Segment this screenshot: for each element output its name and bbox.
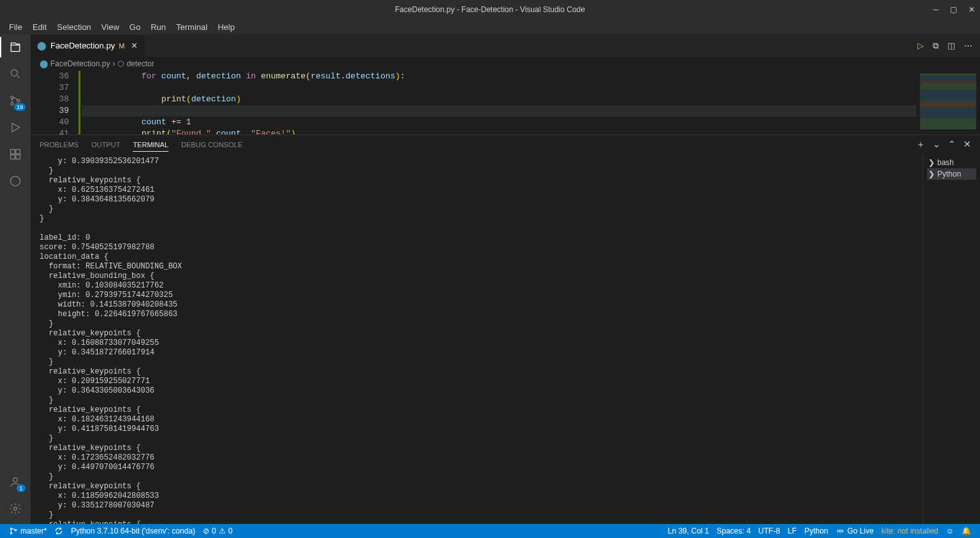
menu-help[interactable]: Help bbox=[212, 22, 240, 32]
menu-bar: File Edit Selection View Go Run Terminal… bbox=[0, 19, 980, 34]
svg-rect-5 bbox=[16, 150, 20, 154]
line-gutter: 36 37 38 39 40 41 42 bbox=[31, 71, 82, 134]
status-cursor[interactable]: Ln 39, Col 1 bbox=[664, 527, 713, 535]
warning-icon: ⚠ bbox=[219, 527, 226, 535]
tab-debug-console[interactable]: DEBUG CONSOLE bbox=[181, 138, 242, 151]
svg-point-12 bbox=[10, 532, 11, 534]
github-icon[interactable] bbox=[8, 173, 23, 189]
menu-run[interactable]: Run bbox=[145, 22, 171, 32]
window-controls: ─ ▢ ✕ bbox=[933, 5, 975, 14]
run-file-icon[interactable]: ▷ bbox=[917, 41, 924, 50]
tab-terminal[interactable]: TERMINAL bbox=[133, 138, 168, 152]
code-content[interactable]: for count, detection in enumerate(result… bbox=[82, 71, 916, 134]
tab-close-icon[interactable]: ✕ bbox=[131, 41, 138, 50]
status-spaces[interactable]: Spaces: 4 bbox=[713, 527, 754, 535]
settings-gear-icon[interactable] bbox=[8, 501, 23, 516]
svg-point-0 bbox=[11, 69, 17, 76]
bottom-panel: PROBLEMS OUTPUT TERMINAL DEBUG CONSOLE ＋… bbox=[31, 134, 980, 524]
menu-go[interactable]: Go bbox=[124, 22, 145, 32]
panel-tabs: PROBLEMS OUTPUT TERMINAL DEBUG CONSOLE ＋… bbox=[31, 135, 980, 154]
status-problems[interactable]: ⊘0 ⚠0 bbox=[199, 527, 236, 535]
status-sync[interactable] bbox=[50, 527, 67, 535]
breadcrumb-file[interactable]: FaceDetection.py bbox=[50, 59, 110, 68]
status-eol[interactable]: LF bbox=[784, 527, 801, 535]
menu-view[interactable]: View bbox=[96, 22, 124, 32]
new-terminal-icon[interactable]: ＋ bbox=[916, 139, 925, 150]
tab-filename: FaceDetection.py bbox=[50, 41, 115, 50]
split-editor-icon[interactable]: ◫ bbox=[947, 41, 955, 50]
status-kite[interactable]: kite: not installed bbox=[877, 527, 942, 535]
status-feedback-icon[interactable]: ☺ bbox=[942, 527, 958, 535]
svg-point-3 bbox=[17, 99, 20, 102]
status-branch[interactable]: master* bbox=[5, 527, 50, 535]
python-file-icon: ⬤ bbox=[40, 59, 48, 68]
split-compare-icon[interactable]: ⧉ bbox=[933, 41, 939, 51]
close-panel-icon[interactable]: ✕ bbox=[963, 139, 971, 150]
terminal-shell-icon: ❯ bbox=[928, 170, 935, 178]
breadcrumb[interactable]: ⬤ FaceDetection.py › ⬡ detector bbox=[31, 57, 980, 71]
svg-point-10 bbox=[14, 507, 17, 511]
python-file-icon: ⬤ bbox=[37, 41, 47, 50]
explorer-icon[interactable] bbox=[8, 40, 23, 55]
terminal-list: ❯ bash ❯ Python bbox=[923, 154, 980, 524]
breadcrumb-sep: › bbox=[112, 59, 115, 68]
menu-terminal[interactable]: Terminal bbox=[171, 22, 212, 32]
menu-edit[interactable]: Edit bbox=[27, 22, 52, 32]
run-debug-icon[interactable] bbox=[8, 120, 23, 135]
tab-problems[interactable]: PROBLEMS bbox=[40, 138, 78, 151]
terminal-dropdown-icon[interactable]: ⌄ bbox=[933, 139, 940, 150]
terminal-text: y: 0.39039352536201477 } relative_keypoi… bbox=[40, 157, 182, 524]
breadcrumb-symbol[interactable]: detector bbox=[126, 59, 154, 68]
status-python-env[interactable]: Python 3.7.10 64-bit ('dsenv': conda) bbox=[67, 527, 199, 535]
terminal-item-python[interactable]: ❯ Python bbox=[927, 168, 976, 180]
source-control-icon[interactable]: 19 bbox=[8, 93, 23, 108]
window-title: FaceDetection.py - Face-Detection - Visu… bbox=[395, 5, 585, 14]
svg-rect-4 bbox=[11, 150, 15, 154]
status-golive[interactable]: Go Live bbox=[832, 527, 877, 535]
tab-output[interactable]: OUTPUT bbox=[91, 138, 120, 151]
minimize-button[interactable]: ─ bbox=[933, 5, 939, 14]
accounts-badge: 1 bbox=[17, 484, 26, 492]
svg-point-8 bbox=[11, 177, 20, 186]
terminal-item-bash[interactable]: ❯ bash bbox=[927, 157, 976, 168]
main-area: 19 1 ⬤ FaceDetection.py M bbox=[0, 34, 980, 524]
symbol-method-icon: ⬡ bbox=[117, 59, 124, 68]
scm-badge: 19 bbox=[14, 103, 26, 111]
svg-rect-6 bbox=[11, 155, 15, 159]
minimap-content bbox=[920, 73, 976, 129]
maximize-button[interactable]: ▢ bbox=[950, 5, 957, 14]
panel-actions: ＋ ⌄ ⌃ ✕ bbox=[916, 139, 971, 150]
maximize-panel-icon[interactable]: ⌃ bbox=[948, 139, 956, 150]
status-bar: master* Python 3.7.10 64-bit ('dsenv': c… bbox=[0, 524, 980, 538]
more-actions-icon[interactable]: ⋯ bbox=[964, 41, 972, 50]
activity-bar: 19 1 bbox=[0, 34, 31, 524]
minimap[interactable] bbox=[916, 71, 980, 134]
extensions-icon[interactable] bbox=[8, 147, 23, 162]
tab-facedetection[interactable]: ⬤ FaceDetection.py M ✕ bbox=[31, 34, 145, 57]
terminal-shell-icon: ❯ bbox=[928, 158, 935, 167]
tab-modified-indicator: M bbox=[119, 42, 124, 50]
terminal-output[interactable]: y: 0.39039352536201477 } relative_keypoi… bbox=[31, 154, 923, 524]
menu-file[interactable]: File bbox=[4, 22, 27, 32]
status-encoding[interactable]: UTF-8 bbox=[755, 527, 784, 535]
svg-point-14 bbox=[839, 530, 842, 532]
svg-rect-7 bbox=[16, 155, 20, 159]
search-icon[interactable] bbox=[8, 66, 23, 82]
svg-point-9 bbox=[13, 477, 18, 482]
status-bell-icon[interactable]: 🔔 bbox=[958, 527, 975, 535]
menu-selection[interactable]: Selection bbox=[52, 22, 96, 32]
svg-point-1 bbox=[11, 96, 13, 99]
svg-point-11 bbox=[10, 528, 11, 529]
accounts-icon[interactable]: 1 bbox=[8, 474, 23, 490]
status-language[interactable]: Python bbox=[801, 527, 832, 535]
panel-body: y: 0.39039352536201477 } relative_keypoi… bbox=[31, 154, 980, 524]
editor-actions: ▷ ⧉ ◫ ⋯ bbox=[917, 34, 980, 57]
close-window-button[interactable]: ✕ bbox=[969, 5, 975, 14]
error-icon: ⊘ bbox=[203, 527, 209, 535]
svg-point-2 bbox=[11, 103, 13, 105]
editor-group: ⬤ FaceDetection.py M ✕ ▷ ⧉ ◫ ⋯ ⬤ FaceDet… bbox=[31, 34, 980, 524]
tab-bar: ⬤ FaceDetection.py M ✕ ▷ ⧉ ◫ ⋯ bbox=[31, 34, 980, 57]
code-editor[interactable]: 36 37 38 39 40 41 42 for count, detectio… bbox=[31, 71, 980, 134]
title-bar: FaceDetection.py - Face-Detection - Visu… bbox=[0, 0, 980, 19]
